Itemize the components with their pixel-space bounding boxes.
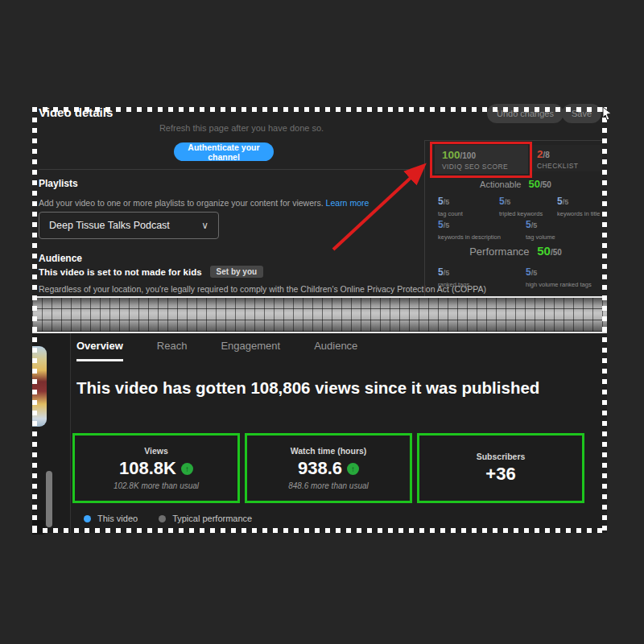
dashed-border-left (32, 107, 37, 533)
legend-typical-performance: Typical performance (159, 514, 252, 523)
metric-ranked-tags: 5/5 ranked tags (438, 264, 469, 288)
metric-value: 5 (526, 266, 531, 278)
views-card[interactable]: Views 108.8K ↑ 102.8K more than usual (72, 433, 240, 503)
playlists-description: Add your video to one or more playlists … (39, 198, 369, 208)
up-arrow-icon: ↑ (347, 463, 359, 475)
mouse-cursor-icon (601, 106, 613, 121)
dashed-border-right (602, 107, 607, 533)
vertical-scrollbar[interactable] (46, 471, 52, 527)
metric-value: 5 (526, 219, 531, 230)
chart-legend: This video Typical performance (84, 514, 252, 523)
metric-total: /5 (505, 198, 511, 206)
metric-label: keywords in title (557, 210, 600, 217)
playlist-dropdown[interactable]: Deep Tissue Talks Podcast ∨ (39, 212, 219, 239)
card-label: Subscribers (477, 452, 526, 461)
vidiq-panel-divider (424, 140, 425, 296)
playlists-description-text: Add your video to one or more playlists … (39, 198, 324, 208)
checklist-label: CHECKLIST (537, 162, 602, 170)
watch-time-card[interactable]: Watch time (hours) 938.6 ↑ 848.6 more th… (245, 433, 412, 503)
metric-value: 5 (499, 196, 505, 207)
legend-this-video: This video (84, 514, 138, 523)
metric-tripled-keywords: 5/5 tripled keywords (499, 193, 543, 217)
audience-setting-text: This video is set to not made for kids (39, 267, 202, 277)
card-value: 108.8K (119, 458, 176, 479)
checklist-value: 2 (537, 148, 543, 160)
playlist-dropdown-value: Deep Tissue Talks Podcast (49, 220, 170, 231)
up-arrow-icon: ↑ (181, 463, 193, 475)
page-title: Video details (39, 105, 113, 119)
actionable-value: 50 (529, 178, 540, 190)
legend-label: This video (97, 514, 138, 523)
metric-value: 5 (438, 196, 444, 207)
metric-keywords-in-description: 5/5 keywords in description (438, 217, 501, 241)
performance-label: Performance (469, 246, 529, 258)
metric-tag-volume: 5/5 tag volume (526, 217, 555, 241)
screenshot-region: Undo changes Save Video details Refresh … (32, 107, 607, 533)
performance-score-row: Performance 50/50 (424, 244, 607, 258)
checklist-total: /8 (543, 151, 550, 159)
metric-total: /5 (444, 269, 450, 277)
metric-label: high volume ranked tags (526, 281, 592, 288)
performance-value: 50 (537, 244, 551, 258)
metric-total: /5 (444, 221, 450, 229)
authenticate-channel-button[interactable]: Authenticate your channel (174, 142, 274, 161)
actionable-score-row: Actionable 50/50 (424, 178, 607, 190)
metric-label: keywords in description (438, 233, 501, 241)
card-subtext: 102.8K more than usual (114, 481, 199, 490)
metric-keywords-in-title: 5/5 keywords in title (557, 193, 600, 217)
analytics-tabs: Overview Reach Engagement Audience (76, 340, 357, 361)
striped-divider-band (32, 296, 607, 333)
set-by-you-badge: Set by you (210, 266, 264, 278)
legend-dot-gray (159, 515, 166, 522)
performance-total: /50 (551, 248, 562, 257)
card-value: 938.6 (298, 458, 342, 479)
analytics-headline: This video has gotten 108,806 views sinc… (76, 378, 600, 398)
metric-tag-count: 5/5 tag count (438, 193, 463, 217)
seo-score-total: /100 (460, 151, 476, 160)
card-label: Watch time (hours) (291, 446, 367, 456)
tab-reach[interactable]: Reach (157, 340, 188, 361)
vidiq-panel-topline (424, 140, 607, 141)
metric-value: 5 (438, 266, 444, 278)
legend-dot-blue (84, 515, 91, 522)
coppa-notice: Regardless of your location, you're lega… (39, 284, 486, 294)
tab-audience[interactable]: Audience (314, 340, 357, 361)
vidiq-seo-score-tab[interactable]: 100/100 VIDIQ SEO SCORE (435, 145, 528, 174)
subscribers-card[interactable]: Subscribers +36 (417, 433, 584, 503)
actionable-label: Actionable (480, 180, 521, 189)
metric-total: /5 (563, 198, 569, 206)
vidiq-checklist-tab[interactable]: 2/8 CHECKLIST (530, 145, 602, 171)
audience-heading: Audience (39, 253, 82, 264)
metric-total: /5 (531, 221, 538, 229)
card-value: +36 (485, 464, 515, 485)
playlists-heading: Playlists (39, 178, 78, 189)
card-subtext: 848.6 more than usual (288, 481, 369, 490)
tab-engagement[interactable]: Engagement (221, 340, 280, 361)
dashed-border-bottom (32, 528, 607, 533)
analytics-section: Overview Reach Engagement Audience This … (32, 333, 607, 533)
seo-score-value: 100 (442, 149, 460, 161)
metric-value: 5 (438, 219, 444, 230)
legend-label: Typical performance (172, 514, 252, 523)
learn-more-link[interactable]: Learn more (326, 198, 369, 208)
tab-overview[interactable]: Overview (76, 340, 123, 361)
chevron-down-icon: ∨ (201, 220, 208, 231)
metric-high-volume-ranked-tags: 5/5 high volume ranked tags (526, 264, 592, 288)
card-label: Views (144, 446, 168, 456)
dashed-border-top (32, 107, 607, 112)
metric-total: /5 (531, 269, 538, 277)
metric-label: ranked tags (438, 281, 469, 288)
seo-score-label: VIDIQ SEO SCORE (442, 163, 528, 171)
refresh-note: Refresh this page after you have done so… (137, 123, 346, 133)
section-divider (39, 169, 420, 170)
metric-total: /5 (444, 198, 450, 206)
audience-setting-row: This video is set to not made for kids S… (39, 266, 263, 278)
metric-cards: Views 108.8K ↑ 102.8K more than usual Wa… (72, 433, 584, 503)
metric-value: 5 (557, 196, 563, 207)
metric-label: tag volume (526, 233, 555, 241)
actionable-total: /50 (540, 180, 551, 189)
